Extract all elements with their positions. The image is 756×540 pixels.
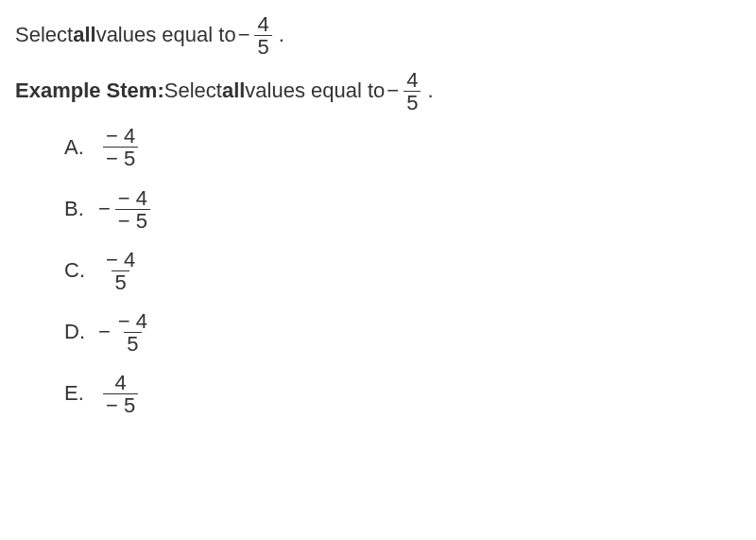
prompt-line-1: Select all values equal to − 4 5 . xyxy=(15,13,741,58)
denominator: − 5 xyxy=(115,209,150,232)
option-fraction: 4 − 5 xyxy=(103,372,138,416)
numerator: 4 xyxy=(404,69,421,91)
denominator: 5 xyxy=(254,35,271,58)
period: . xyxy=(279,21,284,50)
denominator: − 5 xyxy=(103,147,138,169)
numerator: − 4 xyxy=(103,125,138,147)
leading-negative: − xyxy=(98,195,111,224)
option-c[interactable]: C. − 4 5 xyxy=(64,249,741,293)
option-e[interactable]: E. 4 − 5 xyxy=(64,372,741,416)
numerator: − 4 xyxy=(115,187,150,209)
numerator: − 4 xyxy=(115,310,150,332)
option-fraction: − 4 5 xyxy=(115,310,150,355)
option-letter: C. xyxy=(64,256,96,286)
option-letter: E. xyxy=(64,379,96,409)
numerator: 4 xyxy=(112,372,129,393)
negative-sign: − xyxy=(238,21,250,50)
option-d[interactable]: D. − − 4 5 xyxy=(64,310,741,355)
fraction-4-5: 4 5 xyxy=(254,13,271,58)
option-letter: A. xyxy=(64,133,96,163)
option-fraction: − 4 − 5 xyxy=(115,187,150,232)
option-letter: B. xyxy=(64,195,96,224)
period: . xyxy=(427,77,433,106)
denominator: 5 xyxy=(124,332,141,355)
option-fraction: − 4 5 xyxy=(103,249,138,293)
text-select: Select xyxy=(164,77,222,106)
option-letter: D. xyxy=(64,318,96,347)
negative-sign: − xyxy=(387,77,399,106)
option-a[interactable]: A. − 4 − 5 xyxy=(64,125,741,169)
prompt-line-2: Example Stem: Select all values equal to… xyxy=(15,69,741,113)
leading-negative: − xyxy=(98,318,111,347)
text-values-equal-to: values equal to xyxy=(245,77,385,106)
example-stem-label: Example Stem: xyxy=(15,77,164,106)
option-b[interactable]: B. − − 4 − 5 xyxy=(64,187,741,232)
denominator: − 5 xyxy=(103,393,138,416)
option-fraction: − 4 − 5 xyxy=(103,125,138,169)
text-values-equal-to: values equal to xyxy=(96,21,236,50)
numerator: − 4 xyxy=(103,249,138,270)
denominator: 5 xyxy=(404,91,421,113)
fraction-4-5: 4 5 xyxy=(404,69,421,113)
text-all: all xyxy=(222,77,245,106)
answer-options: A. − 4 − 5 B. − − 4 − 5 C. − 4 5 D. − − … xyxy=(64,125,741,416)
numerator: 4 xyxy=(254,13,271,35)
text-all: all xyxy=(73,21,95,50)
denominator: 5 xyxy=(112,270,129,293)
text-select: Select xyxy=(15,21,73,50)
